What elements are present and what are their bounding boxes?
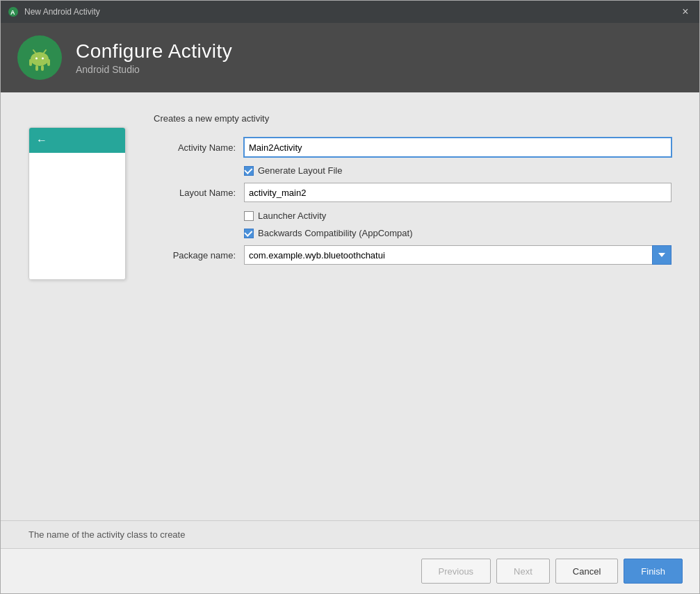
svg-line-5: [33, 50, 35, 53]
activity-name-label: Activity Name:: [154, 142, 244, 153]
preview-panel: ←: [29, 127, 133, 500]
package-name-field: [244, 245, 671, 265]
layout-name-label: Layout Name:: [154, 188, 244, 198]
layout-name-input[interactable]: [244, 183, 671, 202]
main-content: ← Creates a new empty activity Activity …: [1, 92, 699, 520]
android-logo-icon: [26, 44, 54, 72]
finish-button[interactable]: Finish: [624, 559, 683, 584]
activity-name-row: Activity Name:: [154, 138, 671, 157]
svg-rect-8: [47, 59, 50, 66]
android-studio-icon: A: [8, 6, 19, 17]
title-bar: A New Android Activity ×: [1, 1, 699, 23]
dialog-title: Configure Activity: [76, 40, 232, 63]
phone-mockup-body: [29, 153, 125, 279]
generate-layout-row: Generate Layout File: [244, 165, 671, 176]
close-button[interactable]: ×: [678, 5, 692, 19]
cancel-button[interactable]: Cancel: [555, 559, 618, 584]
hint-text: The name of the activity class to create: [1, 521, 699, 549]
svg-point-3: [35, 58, 38, 60]
dialog-subtitle: Android Studio: [76, 64, 232, 75]
previous-button[interactable]: Previous: [421, 559, 491, 584]
backwards-compat-row: Backwards Compatibility (AppCompat): [244, 228, 671, 238]
title-bar-left: A New Android Activity: [8, 6, 100, 17]
backwards-compat-checkbox-wrapper[interactable]: Backwards Compatibility (AppCompat): [244, 228, 413, 238]
launcher-activity-checkbox[interactable]: [244, 211, 254, 221]
backwards-compat-checkbox[interactable]: [244, 229, 254, 238]
svg-line-6: [44, 50, 46, 53]
phone-mockup-header: ←: [29, 128, 125, 153]
form-description: Creates a new empty activity: [154, 113, 671, 124]
launcher-activity-label: Launcher Activity: [258, 211, 326, 221]
generate-layout-checkbox[interactable]: [244, 166, 254, 176]
launcher-activity-checkbox-wrapper[interactable]: Launcher Activity: [244, 211, 326, 221]
activity-name-input[interactable]: [244, 138, 671, 157]
package-name-dropdown-button[interactable]: [652, 245, 671, 265]
svg-text:A: A: [10, 9, 15, 16]
svg-rect-10: [41, 65, 44, 71]
package-name-input[interactable]: [244, 245, 652, 265]
svg-rect-9: [35, 65, 38, 71]
launcher-activity-row: Launcher Activity: [244, 211, 671, 221]
button-bar: Previous Next Cancel Finish: [1, 549, 699, 593]
window-title: New Android Activity: [24, 7, 100, 17]
svg-point-2: [31, 52, 49, 66]
svg-point-4: [42, 58, 44, 60]
dialog-header: Configure Activity Android Studio: [1, 23, 699, 92]
svg-rect-7: [29, 59, 32, 66]
content-area: ← Creates a new empty activity Activity …: [1, 92, 699, 593]
phone-mockup: ←: [29, 127, 126, 280]
form-panel: Creates a new empty activity Activity Na…: [154, 113, 671, 500]
package-name-label: Package name:: [154, 250, 244, 261]
header-text: Configure Activity Android Studio: [76, 40, 232, 75]
bottom-section: The name of the activity class to create…: [1, 520, 699, 593]
next-button[interactable]: Next: [496, 559, 550, 584]
logo-circle: [17, 35, 62, 80]
chevron-down-icon: [658, 253, 665, 257]
package-name-row: Package name:: [154, 245, 671, 265]
generate-layout-checkbox-wrapper[interactable]: Generate Layout File: [244, 165, 342, 176]
generate-layout-label: Generate Layout File: [258, 165, 342, 176]
main-window: A New Android Activity ×: [0, 0, 700, 594]
layout-name-row: Layout Name:: [154, 183, 671, 202]
back-arrow-icon: ←: [36, 134, 47, 147]
backwards-compat-label: Backwards Compatibility (AppCompat): [258, 228, 413, 238]
